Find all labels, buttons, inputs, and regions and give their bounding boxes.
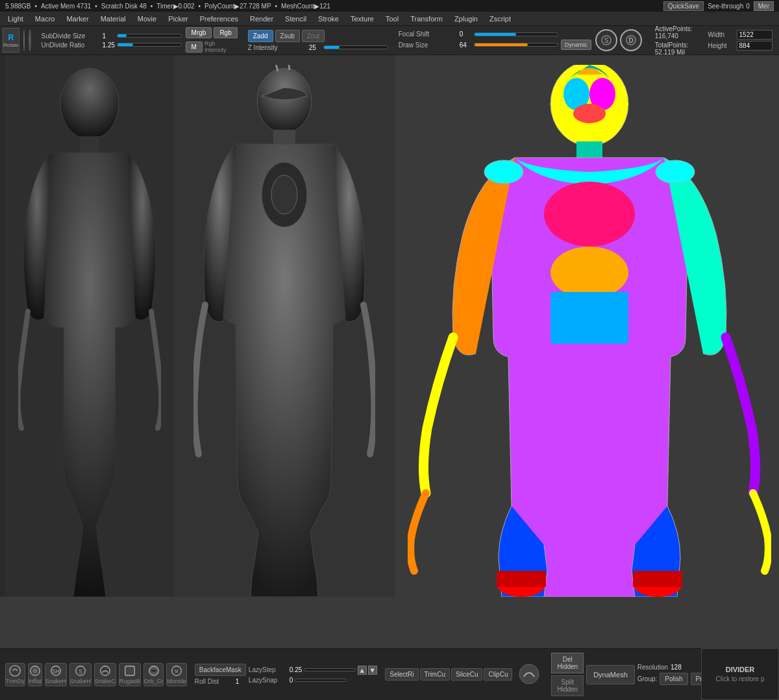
hidden-group: Del Hidden Split Hidden [551,653,584,696]
see-through-value: 0 [746,3,750,10]
snakehook2-tool[interactable]: S SnakeH [69,663,92,686]
zcut-button[interactable]: Zcut [302,30,325,42]
slicecu-button[interactable]: SliceCu [451,668,482,681]
split-hidden-button[interactable]: Split Hidden [551,675,584,696]
subdivide-label: SubDivide Size [42,32,100,40]
subdivide-slider[interactable] [117,34,182,38]
orb-label: Orb_Cr [144,678,164,684]
mrgb-button[interactable]: Mrgb [186,27,212,38]
rgb-button[interactable]: Rgb [214,27,237,38]
menu-zscript[interactable]: Zscript [484,14,516,24]
menu-marker[interactable]: Marker [61,14,93,24]
polish-button[interactable]: Polish [660,673,687,685]
svg-text:M: M [175,669,178,673]
focal-draw-group: Focal Shift 0 Draw Size 64 Dynamic [399,30,591,50]
sep4: • [199,3,201,10]
menu-stroke[interactable]: Stroke [313,14,344,24]
svg-point-38 [519,664,539,684]
undivide-label: UnDivide Ratio [42,42,100,49]
active-points: ActivePoints: 116,740 [655,25,693,40]
divider-panel[interactable]: DIVIDER Click to restore p [701,648,779,700]
undivide-val: 1.25 [103,42,114,49]
svg-text:D: D [628,37,633,44]
lazystep-up[interactable]: ▲ [358,666,367,675]
menu-preferences[interactable]: Preferences [195,14,243,24]
menu-picker[interactable]: Picker [163,14,193,24]
svg-text:S: S [79,669,82,675]
focal-val: 0 [460,30,471,38]
mer-button[interactable]: Mer [754,1,774,11]
brush-round-icon[interactable] [23,29,25,51]
active-mem: Active Mem 4731 [41,3,91,10]
lazystep-label: LazyStep [249,666,288,673]
zsub-button[interactable]: Zsub [275,30,300,42]
character-left-svg [18,65,161,597]
svg-rect-26 [10,666,20,676]
subdivide-val: 1 [103,32,114,40]
trimdynamic-label: TrimDy [6,678,25,684]
snakehook-label: SnakeH [45,678,66,684]
menu-zplugin[interactable]: Zplugin [449,14,483,24]
mesh-count: MeshCount▶121 [281,3,330,10]
menu-stencil[interactable]: Stencil [280,14,312,24]
backfacemask-button[interactable]: BackfaceMask [195,664,246,676]
undivide-slider[interactable] [117,43,182,47]
menu-movie[interactable]: Movie [132,14,162,24]
menu-light[interactable]: Light [3,14,29,24]
del-hidden-button[interactable]: Del Hidden [551,653,584,673]
menu-tool[interactable]: Tool [380,14,404,24]
trimcu-button[interactable]: TrimCu [420,668,450,681]
rolldist-val: 1 [236,678,240,685]
zintensity-slider[interactable] [323,45,388,49]
svg-point-15 [573,104,606,123]
menu-macro[interactable]: Macro [30,14,60,24]
see-through-button[interactable]: See-through [708,3,743,10]
lazystep-slider[interactable] [304,668,356,671]
lazystep-down[interactable]: ▼ [368,666,377,675]
divider-subtitle: Click to restore p [715,675,764,682]
snakecurve-tool[interactable]: SnakeC [94,663,116,686]
quicksave-button[interactable]: QuickSave [663,1,704,11]
trimdynamic-tool[interactable]: TrimDy [5,663,25,686]
svg-point-28 [32,668,37,673]
snakehook2-label: SnakeH [70,678,91,684]
zadd-button[interactable]: Zadd [248,30,273,42]
lazysnap-slider[interactable] [295,679,347,682]
svg-point-24 [484,160,523,184]
menu-bar: Light Macro Marker Material Movie Picker… [0,12,779,26]
focal-slider[interactable] [474,32,558,36]
snakehook-tool[interactable]: SH SnakeH [45,663,67,686]
scratch-disk: Scratch Disk 48 [101,3,147,10]
tool-bar: R Rotate SubDivide Size 1 UnDivide Ratio… [0,26,779,55]
model-left [5,55,174,597]
svg-point-17 [544,182,635,247]
sculpt-d-icon[interactable]: D [620,29,642,51]
menu-texture[interactable]: Texture [345,14,379,24]
menu-material[interactable]: Material [95,14,131,24]
poly-count: PolyCount▶27.728 MP [204,3,271,10]
menu-render[interactable]: Render [245,14,278,24]
sculpt-circle-icon[interactable]: S [595,29,617,51]
rugasb-tool[interactable]: RugasB [119,663,141,686]
inflate-tool[interactable]: Inflat [28,663,42,686]
svg-rect-23 [633,571,682,587]
left-sidebar [0,55,5,597]
dimension-group: Width Height [708,30,773,51]
canvas-area[interactable] [0,55,779,597]
rotate-button[interactable]: R Rotate [3,28,19,53]
height-input[interactable] [737,41,773,51]
m-button[interactable]: M [186,42,203,53]
monster-tool[interactable]: M Monste [166,663,187,686]
selectri-button[interactable]: SelectRi [385,668,418,681]
orb-tool[interactable]: Orb_Cr [143,663,164,686]
drawsize-slider[interactable] [474,43,558,47]
brush-square-icon[interactable] [29,29,31,51]
clipcu-button[interactable]: ClipCu [484,668,512,681]
width-input[interactable] [737,30,773,40]
rugasb-label: RugasB [119,678,140,684]
dynamic-button[interactable]: Dynamic [561,40,591,50]
dynamesh-button[interactable]: DynaMesh [586,665,635,684]
menu-transform[interactable]: Transform [405,14,448,24]
resolution-val: 128 [671,664,682,671]
svg-text:S: S [604,37,608,44]
